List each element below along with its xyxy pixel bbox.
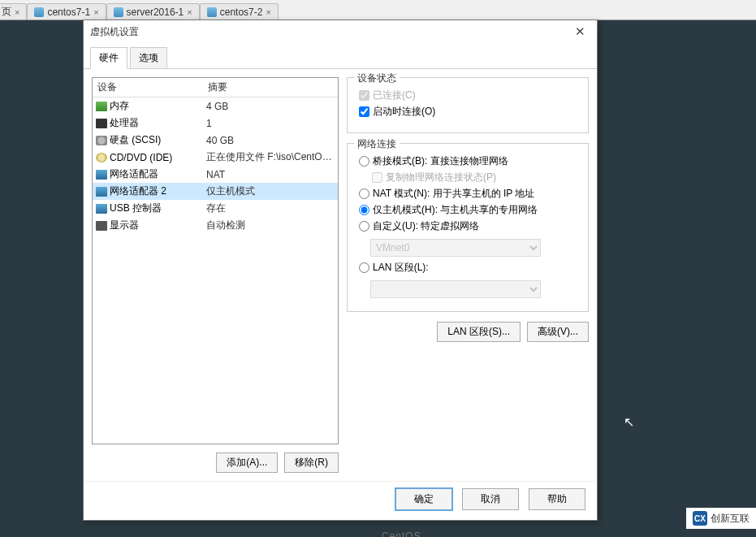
- close-icon[interactable]: ×: [15, 7, 19, 17]
- tab-label: server2016-1: [127, 6, 184, 18]
- dialog-footer: 确定 取消 帮助: [84, 481, 597, 520]
- header-device: 设备: [93, 78, 203, 97]
- device-summary: 自动检测: [203, 218, 338, 233]
- custom-radio[interactable]: [359, 221, 369, 232]
- network-connection-section: 网络连接 桥接模式(B): 直接连接物理网络 复制物理网络连接状态(P) NAT…: [347, 143, 589, 312]
- watermark-label: 创新互联: [711, 512, 750, 526]
- dialog-title: 虚拟机设置: [90, 25, 139, 39]
- lan-radio-row[interactable]: LAN 区段(L):: [359, 261, 580, 275]
- tab-hardware[interactable]: 硬件: [90, 47, 127, 69]
- net1-icon: [96, 170, 107, 180]
- connected-label: 已连接(C): [373, 89, 416, 102]
- bridge-radio-row[interactable]: 桥接模式(B): 直接连接物理网络: [359, 154, 580, 168]
- device-list-header: 设备 摘要: [93, 78, 338, 97]
- ok-button[interactable]: 确定: [395, 488, 452, 510]
- bridge-radio[interactable]: [359, 156, 369, 167]
- connected-checkbox: [359, 90, 369, 101]
- replicate-label: 复制物理网络连接状态(P): [386, 171, 496, 184]
- close-icon[interactable]: ×: [187, 7, 192, 17]
- connect-start-checkbox[interactable]: [359, 106, 369, 117]
- bridge-label: 桥接模式(B): 直接连接物理网络: [373, 154, 508, 168]
- tab-centos7-2[interactable]: centos7-2 ×: [200, 3, 279, 19]
- dialog-tabs: 硬件 选项: [84, 43, 597, 69]
- lan-label: LAN 区段(L):: [373, 261, 429, 275]
- device-summary: 1: [203, 117, 338, 130]
- device-state-section: 设备状态 已连接(C) 启动时连接(O): [347, 77, 589, 133]
- usb-icon: [96, 204, 107, 214]
- dialog-close-button[interactable]: ✕: [570, 24, 590, 39]
- app-tabstrip: 页 × centos7-1 × server2016-1 × centos7-2…: [0, 0, 756, 20]
- nat-radio-row[interactable]: NAT 模式(N): 用于共享主机的 IP 地址: [359, 187, 580, 201]
- connect-start-label: 启动时连接(O): [373, 105, 435, 119]
- tab-label: 页: [2, 5, 11, 19]
- device-summary: 4 GB: [203, 100, 338, 113]
- tab-centos7-1[interactable]: centos7-1 ×: [27, 3, 106, 19]
- tab-label: centos7-1: [47, 6, 90, 18]
- nat-label: NAT 模式(N): 用于共享主机的 IP 地址: [373, 187, 534, 201]
- lan-select: [370, 280, 541, 298]
- hostonly-radio-row[interactable]: 仅主机模式(H): 与主机共享的专用网络: [359, 203, 580, 217]
- device-row-hdd[interactable]: 硬盘 (SCSI)40 GB: [93, 132, 338, 149]
- device-list-body: 内存4 GB处理器1硬盘 (SCSI)40 GBCD/DVD (IDE)正在使用…: [93, 97, 338, 234]
- device-row-mem[interactable]: 内存4 GB: [93, 97, 338, 115]
- close-icon[interactable]: ×: [93, 7, 98, 17]
- dialog-titlebar: 虚拟机设置 ✕: [84, 20, 597, 43]
- device-row-display[interactable]: 显示器自动检测: [93, 217, 338, 234]
- hdd-icon: [96, 136, 107, 145]
- device-row-net2[interactable]: 网络适配器 2仅主机模式: [93, 183, 338, 200]
- tab-server2016-1[interactable]: server2016-1 ×: [106, 3, 200, 19]
- hostonly-radio[interactable]: [359, 205, 369, 215]
- cpu-icon: [96, 119, 107, 128]
- device-label: 内存: [110, 99, 129, 113]
- dvd-icon: [96, 153, 107, 162]
- device-summary: NAT: [203, 168, 338, 181]
- device-label: 处理器: [110, 116, 139, 130]
- device-label: 网络适配器: [110, 167, 158, 181]
- device-summary: 40 GB: [203, 134, 338, 147]
- replicate-checkbox-row: 复制物理网络连接状态(P): [372, 171, 580, 184]
- replicate-checkbox: [372, 172, 382, 183]
- help-button[interactable]: 帮助: [529, 488, 585, 510]
- display-icon: [96, 221, 107, 231]
- vm-icon: [34, 7, 44, 17]
- device-state-legend: 设备状态: [354, 71, 400, 85]
- device-summary: 正在使用文件 F:\iso\CentOS-7-...: [203, 149, 338, 165]
- add-device-button[interactable]: 添加(A)...: [216, 453, 278, 473]
- custom-radio-row[interactable]: 自定义(U): 特定虚拟网络: [359, 219, 580, 233]
- network-connection-legend: 网络连接: [354, 137, 400, 151]
- device-label: 网络适配器 2: [110, 184, 166, 198]
- watermark: CX 创新互联: [686, 508, 756, 529]
- remove-device-button[interactable]: 移除(R): [284, 453, 339, 473]
- device-row-dvd[interactable]: CD/DVD (IDE)正在使用文件 F:\iso\CentOS-7-...: [93, 149, 338, 166]
- vm-settings-dialog: 虚拟机设置 ✕ 硬件 选项 设备 摘要 内存4 GB处理器1硬盘 (SCSI)4…: [83, 19, 598, 521]
- device-label: USB 控制器: [110, 201, 162, 215]
- connected-checkbox-row: 已连接(C): [359, 89, 580, 102]
- tab-partial[interactable]: 页 ×: [0, 3, 27, 19]
- connect-start-checkbox-row[interactable]: 启动时连接(O): [359, 105, 580, 119]
- net2-icon: [96, 187, 107, 197]
- lan-segments-button[interactable]: LAN 区段(S)...: [437, 322, 521, 342]
- mem-icon: [96, 102, 107, 111]
- device-label: CD/DVD (IDE): [110, 152, 172, 163]
- vm-icon: [114, 7, 123, 17]
- device-label: 硬盘 (SCSI): [110, 133, 161, 147]
- device-label: 显示器: [110, 219, 139, 232]
- cancel-button[interactable]: 取消: [462, 488, 519, 510]
- device-row-net1[interactable]: 网络适配器NAT: [93, 166, 338, 183]
- device-summary: 仅主机模式: [203, 184, 338, 199]
- nat-radio[interactable]: [359, 188, 369, 199]
- device-summary: 存在: [203, 201, 338, 216]
- centos-background-text: CentOS: [382, 531, 421, 537]
- close-icon[interactable]: ×: [266, 7, 270, 17]
- device-row-cpu[interactable]: 处理器1: [93, 115, 338, 132]
- header-summary: 摘要: [203, 78, 338, 97]
- tab-options[interactable]: 选项: [130, 47, 167, 69]
- device-list[interactable]: 设备 摘要 内存4 GB处理器1硬盘 (SCSI)40 GBCD/DVD (ID…: [92, 77, 339, 444]
- vmnet-select: VMnet0: [370, 239, 541, 257]
- lan-radio[interactable]: [359, 262, 369, 273]
- advanced-button[interactable]: 高级(V)...: [527, 322, 589, 342]
- tab-label: centos7-2: [220, 6, 263, 18]
- vm-icon: [207, 7, 217, 17]
- custom-label: 自定义(U): 特定虚拟网络: [373, 219, 479, 233]
- device-row-usb[interactable]: USB 控制器存在: [93, 200, 338, 217]
